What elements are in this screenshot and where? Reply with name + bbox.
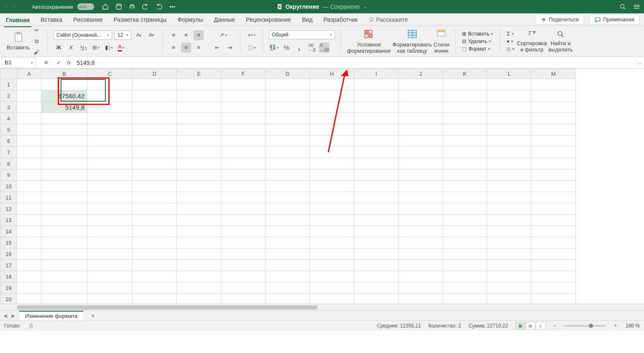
cell-A6[interactable] <box>17 136 41 147</box>
cell-H11[interactable] <box>310 192 354 203</box>
cell-L5[interactable] <box>487 124 532 136</box>
clear-button[interactable]: ◇▾ <box>506 46 515 52</box>
cell-D10[interactable] <box>133 181 177 192</box>
row-header-8[interactable]: 8 <box>0 158 17 169</box>
cell-I5[interactable] <box>354 124 399 136</box>
cell-J5[interactable] <box>399 124 443 136</box>
conditional-formatting-button[interactable]: Условное форматирование <box>347 28 391 54</box>
zoom-slider[interactable] <box>564 325 606 327</box>
cell-J18[interactable] <box>399 271 443 282</box>
undo-icon[interactable] <box>142 3 149 10</box>
cell-K20[interactable] <box>443 294 487 305</box>
cell-E12[interactable] <box>177 203 221 215</box>
number-format-combo[interactable]: Общий▾ <box>269 30 335 39</box>
cell-D20[interactable] <box>133 294 177 305</box>
row-header-7[interactable]: 7 <box>0 147 17 158</box>
cell-E17[interactable] <box>177 260 221 271</box>
cell-D8[interactable] <box>133 158 177 169</box>
row-header-5[interactable]: 5 <box>0 124 17 136</box>
cell-L9[interactable] <box>487 169 532 181</box>
cell-I9[interactable] <box>354 169 399 181</box>
chevron-down-icon[interactable]: ⌄ <box>363 4 367 10</box>
cell-H19[interactable] <box>310 282 354 294</box>
cell-G20[interactable] <box>266 294 310 305</box>
tell-me[interactable]: Расскажите <box>367 15 409 25</box>
cell-C3[interactable] <box>87 102 133 113</box>
cell-I7[interactable] <box>354 147 399 158</box>
cell-M17[interactable] <box>532 260 576 271</box>
save-icon[interactable] <box>115 3 123 10</box>
cell-K16[interactable] <box>443 248 487 260</box>
cell-K11[interactable] <box>443 192 487 203</box>
cell-H9[interactable] <box>310 169 354 181</box>
cell-J20[interactable] <box>399 294 443 305</box>
cell-H3[interactable] <box>310 102 354 113</box>
cell-C7[interactable] <box>87 147 133 158</box>
cell-M14[interactable] <box>532 226 576 237</box>
cell-B19[interactable] <box>41 282 87 294</box>
cell-A1[interactable] <box>17 79 41 90</box>
zoom-level[interactable]: 160 % <box>626 323 640 329</box>
col-header-G[interactable]: G <box>266 69 310 79</box>
cell-D2[interactable] <box>133 90 177 102</box>
col-header-I[interactable]: I <box>354 69 399 79</box>
align-middle-icon[interactable]: ≡ <box>181 30 191 40</box>
cell-F5[interactable] <box>221 124 266 136</box>
cell-A13[interactable] <box>17 215 41 226</box>
cell-E14[interactable] <box>177 226 221 237</box>
cell-A3[interactable] <box>17 102 41 113</box>
cell-M7[interactable] <box>532 147 576 158</box>
cell-E15[interactable] <box>177 237 221 248</box>
cell-J10[interactable] <box>399 181 443 192</box>
cell-E9[interactable] <box>177 169 221 181</box>
cell-A17[interactable] <box>17 260 41 271</box>
col-header-L[interactable]: L <box>487 69 532 79</box>
cell-G3[interactable] <box>266 102 310 113</box>
document-title[interactable]: Округление — Сохранено ⌄ <box>277 3 367 10</box>
cell-K19[interactable] <box>443 282 487 294</box>
cell-F15[interactable] <box>221 237 266 248</box>
cell-M11[interactable] <box>532 192 576 203</box>
cell-F19[interactable] <box>221 282 266 294</box>
col-header-J[interactable]: J <box>399 69 443 79</box>
cell-G1[interactable] <box>266 79 310 90</box>
cell-J17[interactable] <box>399 260 443 271</box>
cell-I15[interactable] <box>354 237 399 248</box>
cell-C18[interactable] <box>87 271 133 282</box>
accessibility-icon[interactable]: ⎙ <box>30 323 33 329</box>
cell-G9[interactable] <box>266 169 310 181</box>
window-controls[interactable] <box>3 4 24 9</box>
cell-H12[interactable] <box>310 203 354 215</box>
cell-J15[interactable] <box>399 237 443 248</box>
cell-G7[interactable] <box>266 147 310 158</box>
cell-I3[interactable] <box>354 102 399 113</box>
cell-C6[interactable] <box>87 136 133 147</box>
cell-E3[interactable] <box>177 102 221 113</box>
tab-insert[interactable]: Вставка <box>39 15 64 25</box>
cell-B12[interactable] <box>41 203 87 215</box>
cell-M1[interactable] <box>532 79 576 90</box>
cell-C10[interactable] <box>87 181 133 192</box>
fx-label[interactable]: fx <box>67 60 71 66</box>
cell-M8[interactable] <box>532 158 576 169</box>
cell-J6[interactable] <box>399 136 443 147</box>
row-header-2[interactable]: 2 <box>0 90 17 102</box>
cell-L17[interactable] <box>487 260 532 271</box>
formula-input[interactable]: 5149,8 <box>75 59 636 66</box>
cell-H1[interactable] <box>310 79 354 90</box>
cell-K6[interactable] <box>443 136 487 147</box>
cell-H6[interactable] <box>310 136 354 147</box>
cell-I12[interactable] <box>354 203 399 215</box>
cell-F13[interactable] <box>221 215 266 226</box>
cell-J4[interactable] <box>399 113 443 124</box>
cell-D7[interactable] <box>133 147 177 158</box>
cell-styles-button[interactable]: Стили ячеек <box>434 28 449 54</box>
cell-M18[interactable] <box>532 271 576 282</box>
row-header-16[interactable]: 16 <box>0 248 17 260</box>
add-sheet-button[interactable]: ＋ <box>87 312 98 320</box>
tab-developer[interactable]: Разработчик <box>322 15 359 25</box>
cell-I17[interactable] <box>354 260 399 271</box>
cell-K8[interactable] <box>443 158 487 169</box>
cell-I14[interactable] <box>354 226 399 237</box>
cell-H14[interactable] <box>310 226 354 237</box>
